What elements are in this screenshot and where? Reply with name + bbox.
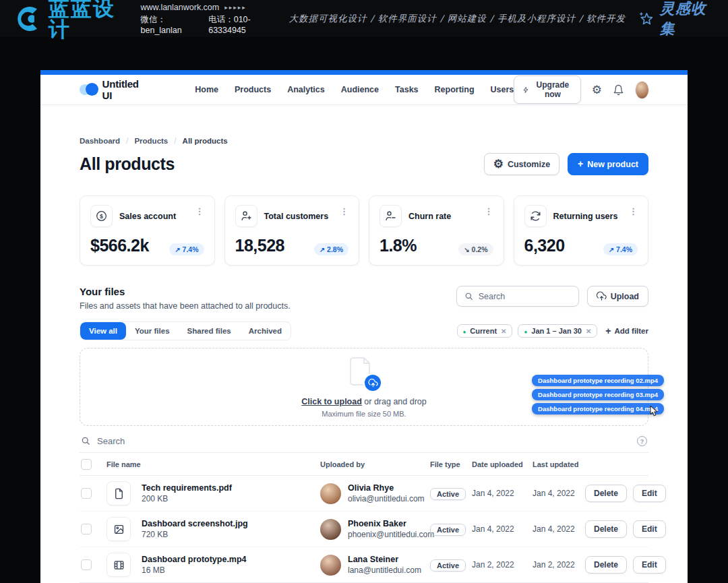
file-image-icon <box>107 517 131 541</box>
lanlan-logo-text: 蓝蓝设计 <box>49 0 126 40</box>
lanlan-brand: 蓝蓝设计 www.lanlanwork.com ▸▸▸▸▸ 微信：ben_lan… <box>13 0 277 40</box>
nav-item-analytics[interactable]: Analytics <box>287 85 325 94</box>
kebab-menu-icon[interactable] <box>485 205 493 217</box>
file-chip[interactable]: Dashboard prototype recording 02.mp4 <box>532 375 664 386</box>
last-updated: Jan 4, 2022 <box>533 489 585 498</box>
edit-button[interactable]: Edit <box>633 485 666 502</box>
row-checkbox[interactable] <box>81 488 92 499</box>
filter-pill-date-range[interactable]: Jan 1 – Jan 30 <box>518 324 597 338</box>
breadcrumb-dashboard[interactable]: Dashboard <box>80 137 120 145</box>
inspiration-collect: 灵感收集 <box>638 0 715 39</box>
file-chip[interactable]: Dashboard prototype recording 03.mp4 <box>532 389 664 400</box>
table-search-input[interactable] <box>97 436 631 446</box>
close-icon[interactable] <box>586 328 591 335</box>
file-name: Dashboard screenshot.jpg <box>142 519 320 528</box>
banner-website: www.lanlanwork.com <box>141 3 220 12</box>
stat-label: Sales account <box>119 212 176 221</box>
search-icon <box>81 436 91 446</box>
plus-icon <box>578 159 583 169</box>
nav-item-users[interactable]: Users <box>491 85 514 94</box>
page-background: Untitled UI Home Products Analytics Audi… <box>0 37 728 583</box>
trend-up-badge: 7.4% <box>603 243 638 255</box>
avatar <box>320 555 341 576</box>
dragged-file-chips: Dashboard prototype recording 02.mp4 Das… <box>532 375 664 415</box>
select-all-checkbox[interactable] <box>81 459 92 470</box>
search-icon <box>464 292 474 301</box>
avatar <box>320 519 341 540</box>
delete-button[interactable]: Delete <box>585 556 627 574</box>
help-icon[interactable] <box>637 436 647 446</box>
user-name: Olivia Rhye <box>348 483 425 493</box>
row-checkbox[interactable] <box>81 559 92 570</box>
status-dot-icon <box>524 327 527 335</box>
nav-item-reporting[interactable]: Reporting <box>435 85 475 94</box>
avatar <box>320 483 341 504</box>
delete-button[interactable]: Delete <box>585 520 627 538</box>
files-section-subtitle: Files and assets that have been attached… <box>80 301 291 311</box>
date-uploaded: Jan 4, 2022 <box>472 524 533 534</box>
status-badge: Active <box>430 559 466 572</box>
file-name: Dashboard prototype.mp4 <box>142 555 320 564</box>
stat-label: Returning users <box>553 212 618 221</box>
breadcrumb: Dashboard Products All products <box>80 136 648 146</box>
tab-your-files[interactable]: Your files <box>126 322 179 340</box>
kebab-menu-icon[interactable] <box>340 205 348 217</box>
table-header: File name Uploaded by File type Date upl… <box>80 453 648 476</box>
files-section-title: Your files <box>80 286 291 297</box>
edit-button[interactable]: Edit <box>633 520 666 538</box>
stat-value: 18,528 <box>235 236 284 255</box>
nav-item-tasks[interactable]: Tasks <box>395 85 419 94</box>
kebab-menu-icon[interactable] <box>629 205 638 217</box>
sparkle-star-icon <box>638 9 655 28</box>
upload-cloud-badge-icon <box>363 373 382 392</box>
breadcrumb-products[interactable]: Products <box>134 137 168 145</box>
main-nav: Home Products Analytics Audience Tasks R… <box>195 85 514 94</box>
accent-topbar <box>40 70 688 75</box>
upgrade-now-button[interactable]: Upgrade now <box>514 75 580 104</box>
nav-item-home[interactable]: Home <box>195 85 218 94</box>
add-filter-button[interactable]: Add filter <box>605 326 648 336</box>
tab-view-all[interactable]: View all <box>80 322 126 340</box>
kebab-menu-icon[interactable] <box>195 205 204 217</box>
tab-archived[interactable]: Archived <box>240 322 291 340</box>
collect-label: 灵感收集 <box>660 0 715 39</box>
row-checkbox[interactable] <box>81 524 92 534</box>
status-badge: Active <box>430 488 466 500</box>
notifications-bell-icon[interactable] <box>613 84 624 96</box>
file-document-icon <box>107 481 131 505</box>
upload-button[interactable]: Upload <box>587 286 648 307</box>
app-brand-name: Untitled UI <box>102 78 143 101</box>
lightning-icon <box>522 86 529 94</box>
banner-arrows: ▸▸▸▸▸ <box>224 4 247 11</box>
user-avatar[interactable] <box>635 81 649 99</box>
stat-card-total-customers: Total customers 18,528 2.8% <box>224 195 360 266</box>
user-email: olivia@untitledui.com <box>348 494 425 503</box>
click-to-upload-link[interactable]: Click to upload <box>301 397 362 406</box>
customize-button[interactable]: Customize <box>484 153 559 175</box>
table-row: Tech requirements.pdf 200 KB Olivia Rhye… <box>80 476 648 512</box>
user-name: Phoenix Baker <box>348 519 434 528</box>
nav-item-products[interactable]: Products <box>235 85 271 94</box>
svg-text:$: $ <box>100 213 103 220</box>
settings-gear-icon[interactable] <box>592 84 602 96</box>
stat-card-churn-rate: Churn rate 1.8% 0.2% <box>369 195 504 266</box>
edit-button[interactable]: Edit <box>633 556 666 574</box>
app-logo[interactable]: Untitled UI <box>80 78 142 101</box>
col-file-name: File name <box>107 460 320 468</box>
tab-shared-files[interactable]: Shared files <box>179 322 240 340</box>
untitled-ui-logo-icon <box>80 83 96 96</box>
close-icon[interactable] <box>501 328 506 335</box>
files-search-input[interactable] <box>479 292 571 301</box>
delete-button[interactable]: Delete <box>585 485 627 502</box>
file-chip[interactable]: Dashboard prototype recording 04.mp4 <box>532 403 664 415</box>
trend-up-badge: 2.8% <box>314 243 348 255</box>
nav-item-audience[interactable]: Audience <box>341 85 379 94</box>
cursor-icon <box>650 406 659 417</box>
filter-pill-current[interactable]: Current <box>457 324 513 338</box>
new-product-button[interactable]: New product <box>568 153 648 175</box>
files-tabs: View all Your files Shared files Archive… <box>80 321 291 340</box>
dropzone-hint: Maximum file size 50 MB. <box>322 410 406 418</box>
lanlan-logo-icon <box>13 5 42 32</box>
banner-wechat: 微信：ben_lanlan <box>141 14 198 35</box>
file-size: 16 MB <box>142 565 320 575</box>
